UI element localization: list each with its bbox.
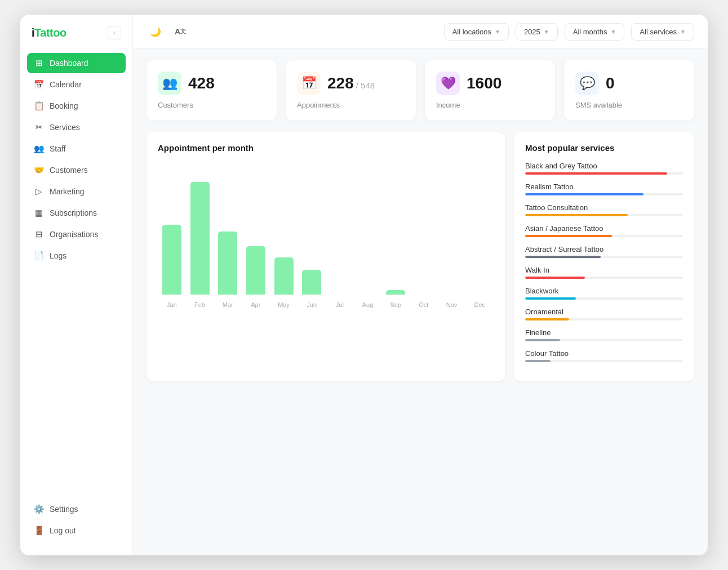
bar-feb[interactable]	[190, 182, 210, 295]
sidebar-item-logs[interactable]: 📄Logs	[27, 246, 126, 266]
sidebar-item-label-subscriptions: Subscriptions	[50, 208, 97, 217]
marketing-icon: ▷	[34, 186, 44, 197]
bar-jun[interactable]	[302, 270, 321, 295]
main-content: 🌙 A文 All locations▼2025▼All months▼All s…	[133, 15, 708, 555]
stat-value-customers: 428	[188, 74, 215, 92]
stat-icon-income: 💜	[436, 72, 460, 95]
sidebar: iTattoo ‹ ⊞Dashboard📅Calendar📋Booking✂Se…	[20, 15, 133, 555]
translate-icon[interactable]: A文	[171, 23, 189, 41]
bar-label-may: May	[270, 301, 298, 308]
stat-sub-appointments: / 548	[356, 81, 375, 90]
organisations-icon: ⊟	[34, 229, 44, 239]
stat-icon-sms: 💬	[575, 72, 599, 95]
sidebar-item-logout[interactable]: 🚪Log out	[27, 520, 126, 541]
sidebar-item-label-booking: Booking	[50, 101, 78, 110]
stat-icon-customers: 👥	[158, 72, 181, 95]
sidebar-item-label-settings: Settings	[50, 505, 78, 514]
sidebar-item-label-calendar: Calendar	[50, 80, 82, 89]
service-bar-bg	[525, 193, 683, 195]
stat-value-income: 1600	[467, 74, 501, 92]
bar-group-dec	[465, 162, 494, 295]
service-bar-fill	[525, 235, 612, 237]
service-bar-fill	[525, 339, 560, 341]
bar-may[interactable]	[274, 257, 294, 295]
logs-icon: 📄	[34, 251, 44, 261]
sidebar-item-dashboard[interactable]: ⊞Dashboard	[27, 53, 126, 73]
service-bar-fill	[525, 193, 643, 195]
bar-label-jul: Jul	[326, 301, 354, 308]
bar-group-jan	[158, 162, 186, 295]
service-name: Black and Grey Tattoo	[525, 162, 683, 170]
sidebar-item-organisations[interactable]: ⊟Organisations	[27, 224, 126, 244]
service-bar-fill	[525, 297, 576, 300]
logout-icon: 🚪	[34, 526, 44, 536]
sidebar-item-marketing[interactable]: ▷Marketing	[27, 181, 126, 202]
service-bar-fill	[525, 214, 628, 216]
sidebar-logo: iTattoo ‹	[20, 15, 132, 48]
stat-card-sms: 💬0SMS available	[564, 60, 694, 121]
service-item: Black and Grey Tattoo	[525, 162, 683, 175]
sidebar-item-staff[interactable]: 👥Staff	[27, 139, 126, 159]
booking-icon: 📋	[34, 101, 44, 111]
sidebar-item-booking[interactable]: 📋Booking	[27, 96, 126, 116]
bar-group-oct	[410, 162, 438, 295]
service-item: Fineline	[525, 328, 683, 341]
service-item: Colour Tattoo	[525, 349, 683, 362]
service-bar-bg	[525, 235, 683, 237]
filter-months[interactable]: All months▼	[565, 23, 625, 41]
bar-group-apr	[242, 162, 270, 295]
sidebar-item-subscriptions[interactable]: ▦Subscriptions	[27, 203, 126, 223]
service-bar-bg	[525, 360, 683, 362]
stat-number-customers: 428	[188, 74, 215, 92]
stat-top-income: 💜1600	[436, 72, 544, 95]
sidebar-item-label-organisations: Organisations	[50, 230, 98, 239]
stat-number-income: 1600	[467, 74, 501, 92]
bar-sep[interactable]	[386, 290, 405, 295]
sidebar-item-label-logs: Logs	[50, 251, 66, 260]
bar-apr[interactable]	[246, 246, 265, 295]
bar-label-apr: Apr	[242, 301, 270, 308]
bar-jan[interactable]	[162, 225, 181, 295]
filter-services-label: All services	[640, 28, 677, 36]
bar-label-oct: Oct	[410, 301, 438, 308]
service-bar-bg	[525, 172, 683, 175]
filter-year[interactable]: 2025▼	[516, 23, 558, 41]
sidebar-item-settings[interactable]: ⚙️Settings	[27, 499, 126, 519]
stat-label-appointments: Appoinments	[297, 101, 405, 109]
calendar-icon: 📅	[34, 79, 44, 90]
sidebar-item-label-marketing: Marketing	[50, 187, 84, 196]
charts-section: Appointment per month JanFebMarAprMayJun…	[147, 132, 694, 381]
filter-location[interactable]: All locations▼	[444, 23, 509, 41]
services-list: Black and Grey TattooRealism TattooTatto…	[525, 162, 683, 362]
filter-services[interactable]: All services▼	[631, 23, 694, 41]
bar-mar[interactable]	[218, 231, 237, 295]
service-name: Fineline	[525, 328, 683, 337]
sidebar-item-services[interactable]: ✂Services	[27, 117, 126, 137]
sidebar-item-customers[interactable]: 🤝Customers	[27, 160, 126, 180]
stat-label-customers: Customers	[158, 101, 265, 109]
sidebar-item-calendar[interactable]: 📅Calendar	[27, 74, 126, 95]
service-bar-bg	[525, 214, 683, 216]
services-icon: ✂	[34, 122, 44, 132]
filter-months-chevron: ▼	[610, 29, 616, 35]
filter-location-label: All locations	[452, 28, 491, 36]
moon-icon[interactable]: 🌙	[147, 23, 165, 41]
bar-group-mar	[214, 162, 242, 295]
service-bar-bg	[525, 339, 683, 341]
popular-services-title: Most popular services	[525, 143, 683, 153]
bar-group-aug	[354, 162, 382, 295]
bar-label-jan: Jan	[158, 301, 186, 308]
service-item: Realism Tattoo	[525, 182, 683, 195]
service-bar-bg	[525, 277, 683, 279]
popular-services-card: Most popular services Black and Grey Tat…	[514, 132, 694, 381]
filter-location-chevron: ▼	[495, 29, 500, 35]
sidebar-item-label-staff: Staff	[50, 144, 66, 153]
service-name: Tattoo Consultation	[525, 203, 683, 212]
service-bar-fill	[525, 256, 601, 258]
stat-card-appointments: 📅228/ 548Appoinments	[286, 60, 416, 121]
customers-icon: 🤝	[34, 165, 44, 175]
collapse-sidebar-button[interactable]: ‹	[108, 26, 121, 39]
service-item: Ornamental	[525, 308, 683, 320]
service-item: Tattoo Consultation	[525, 203, 683, 216]
filter-year-chevron: ▼	[544, 29, 549, 35]
